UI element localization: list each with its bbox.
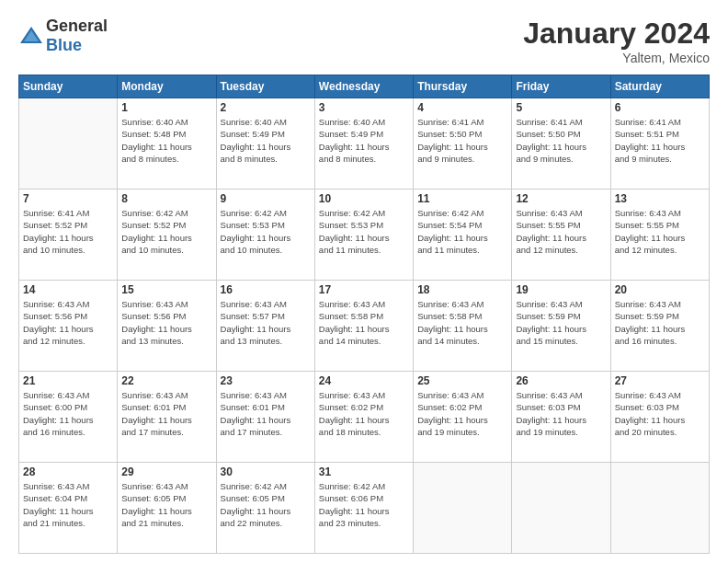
header-friday: Friday	[512, 75, 610, 98]
calendar-header-row: Sunday Monday Tuesday Wednesday Thursday…	[19, 75, 710, 98]
day-info: Sunrise: 6:43 AMSunset: 6:05 PMDaylight:…	[121, 480, 211, 529]
table-row: 2Sunrise: 6:40 AMSunset: 5:49 PMDaylight…	[216, 98, 314, 190]
calendar-table: Sunday Monday Tuesday Wednesday Thursday…	[18, 75, 710, 554]
day-number: 26	[516, 374, 606, 387]
day-number: 6	[615, 101, 705, 114]
logo-general: General	[46, 17, 108, 35]
calendar-week-5: 28Sunrise: 6:43 AMSunset: 6:04 PMDayligh…	[19, 463, 710, 554]
table-row	[512, 463, 610, 554]
day-info: Sunrise: 6:43 AMSunset: 6:04 PMDaylight:…	[23, 480, 113, 529]
day-number: 19	[516, 283, 606, 296]
logo-text: General Blue	[46, 17, 108, 55]
day-number: 12	[516, 192, 606, 205]
day-number: 9	[221, 192, 311, 205]
day-number: 2	[221, 101, 311, 114]
table-row: 10Sunrise: 6:42 AMSunset: 5:53 PMDayligh…	[314, 190, 413, 281]
logo: General Blue	[18, 17, 108, 55]
calendar-title: January 2024	[523, 17, 710, 51]
table-row: 6Sunrise: 6:41 AMSunset: 5:51 PMDaylight…	[610, 98, 709, 190]
table-row: 23Sunrise: 6:43 AMSunset: 6:01 PMDayligh…	[216, 372, 314, 463]
header-monday: Monday	[118, 75, 216, 98]
header: General Blue January 2024 Yaltem, Mexico	[18, 17, 710, 65]
day-number: 1	[121, 101, 211, 114]
day-info: Sunrise: 6:43 AMSunset: 5:55 PMDaylight:…	[615, 207, 705, 256]
day-number: 7	[23, 192, 113, 205]
table-row	[610, 463, 709, 554]
table-row	[19, 98, 118, 190]
header-tuesday: Tuesday	[216, 75, 314, 98]
calendar-week-2: 7Sunrise: 6:41 AMSunset: 5:52 PMDaylight…	[19, 190, 710, 281]
day-info: Sunrise: 6:42 AMSunset: 6:06 PMDaylight:…	[319, 480, 409, 529]
day-number: 15	[121, 283, 211, 296]
day-number: 17	[319, 283, 409, 296]
table-row: 21Sunrise: 6:43 AMSunset: 6:00 PMDayligh…	[19, 372, 118, 463]
day-info: Sunrise: 6:41 AMSunset: 5:50 PMDaylight:…	[516, 116, 606, 165]
day-info: Sunrise: 6:43 AMSunset: 6:03 PMDaylight:…	[615, 389, 705, 438]
table-row: 25Sunrise: 6:43 AMSunset: 6:02 PMDayligh…	[414, 372, 512, 463]
day-number: 24	[319, 374, 409, 387]
table-row: 17Sunrise: 6:43 AMSunset: 5:58 PMDayligh…	[314, 281, 413, 372]
day-info: Sunrise: 6:43 AMSunset: 6:00 PMDaylight:…	[23, 389, 113, 438]
header-sunday: Sunday	[19, 75, 118, 98]
day-info: Sunrise: 6:42 AMSunset: 5:54 PMDaylight:…	[417, 207, 507, 256]
logo-blue: Blue	[46, 36, 82, 54]
table-row: 15Sunrise: 6:43 AMSunset: 5:56 PMDayligh…	[118, 281, 216, 372]
day-number: 18	[417, 283, 507, 296]
day-info: Sunrise: 6:43 AMSunset: 6:02 PMDaylight:…	[417, 389, 507, 438]
logo-icon	[18, 23, 44, 49]
table-row: 30Sunrise: 6:42 AMSunset: 6:05 PMDayligh…	[216, 463, 314, 554]
day-info: Sunrise: 6:41 AMSunset: 5:50 PMDaylight:…	[417, 116, 507, 165]
table-row: 9Sunrise: 6:42 AMSunset: 5:53 PMDaylight…	[216, 190, 314, 281]
day-number: 31	[319, 465, 409, 478]
day-number: 29	[121, 465, 211, 478]
table-row: 3Sunrise: 6:40 AMSunset: 5:49 PMDaylight…	[314, 98, 413, 190]
table-row: 11Sunrise: 6:42 AMSunset: 5:54 PMDayligh…	[414, 190, 512, 281]
table-row: 28Sunrise: 6:43 AMSunset: 6:04 PMDayligh…	[19, 463, 118, 554]
table-row: 19Sunrise: 6:43 AMSunset: 5:59 PMDayligh…	[512, 281, 610, 372]
calendar-location: Yaltem, Mexico	[523, 51, 710, 65]
day-number: 3	[319, 101, 409, 114]
calendar-week-1: 1Sunrise: 6:40 AMSunset: 5:48 PMDaylight…	[19, 98, 710, 190]
day-info: Sunrise: 6:41 AMSunset: 5:51 PMDaylight:…	[615, 116, 705, 165]
day-number: 23	[221, 374, 311, 387]
table-row: 22Sunrise: 6:43 AMSunset: 6:01 PMDayligh…	[118, 372, 216, 463]
day-info: Sunrise: 6:42 AMSunset: 5:53 PMDaylight:…	[221, 207, 311, 256]
table-row: 1Sunrise: 6:40 AMSunset: 5:48 PMDaylight…	[118, 98, 216, 190]
day-info: Sunrise: 6:43 AMSunset: 5:59 PMDaylight:…	[615, 298, 705, 347]
table-row: 16Sunrise: 6:43 AMSunset: 5:57 PMDayligh…	[216, 281, 314, 372]
day-number: 27	[615, 374, 705, 387]
table-row: 7Sunrise: 6:41 AMSunset: 5:52 PMDaylight…	[19, 190, 118, 281]
header-wednesday: Wednesday	[314, 75, 413, 98]
day-number: 5	[516, 101, 606, 114]
day-info: Sunrise: 6:43 AMSunset: 5:59 PMDaylight:…	[516, 298, 606, 347]
day-info: Sunrise: 6:43 AMSunset: 6:02 PMDaylight:…	[319, 389, 409, 438]
table-row: 8Sunrise: 6:42 AMSunset: 5:52 PMDaylight…	[118, 190, 216, 281]
day-number: 11	[417, 192, 507, 205]
table-row: 14Sunrise: 6:43 AMSunset: 5:56 PMDayligh…	[19, 281, 118, 372]
day-info: Sunrise: 6:43 AMSunset: 5:58 PMDaylight:…	[417, 298, 507, 347]
day-number: 14	[23, 283, 113, 296]
day-info: Sunrise: 6:40 AMSunset: 5:49 PMDaylight:…	[221, 116, 311, 165]
table-row: 20Sunrise: 6:43 AMSunset: 5:59 PMDayligh…	[610, 281, 709, 372]
day-info: Sunrise: 6:40 AMSunset: 5:48 PMDaylight:…	[121, 116, 211, 165]
day-info: Sunrise: 6:43 AMSunset: 6:01 PMDaylight:…	[121, 389, 211, 438]
day-number: 30	[221, 465, 311, 478]
day-info: Sunrise: 6:43 AMSunset: 6:01 PMDaylight:…	[221, 389, 311, 438]
day-number: 10	[319, 192, 409, 205]
day-info: Sunrise: 6:40 AMSunset: 5:49 PMDaylight:…	[319, 116, 409, 165]
day-info: Sunrise: 6:42 AMSunset: 6:05 PMDaylight:…	[221, 480, 311, 529]
day-info: Sunrise: 6:43 AMSunset: 5:56 PMDaylight:…	[121, 298, 211, 347]
header-saturday: Saturday	[610, 75, 709, 98]
calendar-week-4: 21Sunrise: 6:43 AMSunset: 6:00 PMDayligh…	[19, 372, 710, 463]
day-number: 21	[23, 374, 113, 387]
day-info: Sunrise: 6:42 AMSunset: 5:53 PMDaylight:…	[319, 207, 409, 256]
calendar-week-3: 14Sunrise: 6:43 AMSunset: 5:56 PMDayligh…	[19, 281, 710, 372]
day-number: 28	[23, 465, 113, 478]
day-number: 16	[221, 283, 311, 296]
table-row: 24Sunrise: 6:43 AMSunset: 6:02 PMDayligh…	[314, 372, 413, 463]
table-row: 18Sunrise: 6:43 AMSunset: 5:58 PMDayligh…	[414, 281, 512, 372]
table-row: 4Sunrise: 6:41 AMSunset: 5:50 PMDaylight…	[414, 98, 512, 190]
table-row	[414, 463, 512, 554]
table-row: 31Sunrise: 6:42 AMSunset: 6:06 PMDayligh…	[314, 463, 413, 554]
day-info: Sunrise: 6:42 AMSunset: 5:52 PMDaylight:…	[121, 207, 211, 256]
